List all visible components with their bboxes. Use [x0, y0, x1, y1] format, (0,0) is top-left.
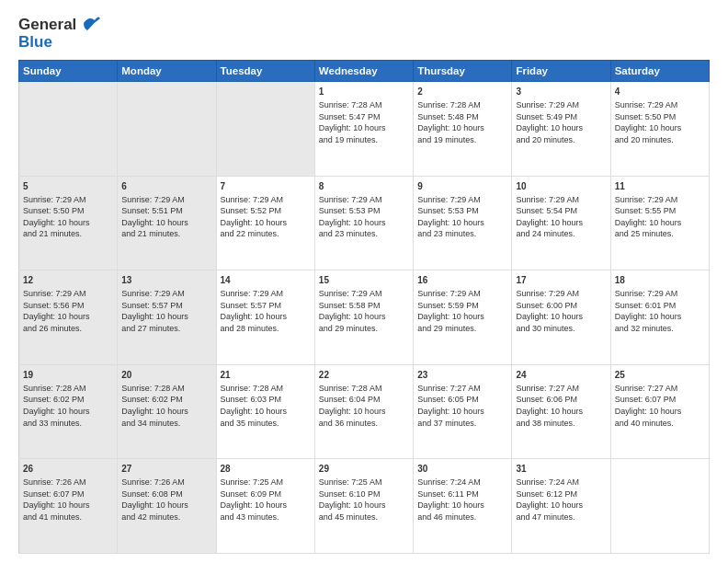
- calendar-header: SundayMondayTuesdayWednesdayThursdayFrid…: [19, 61, 710, 82]
- day-number: 10: [516, 180, 606, 193]
- weekday-header-monday: Monday: [118, 61, 216, 82]
- day-number: 19: [23, 369, 113, 382]
- calendar-week-2: 5Sunrise: 7:29 AM Sunset: 5:50 PM Daylig…: [19, 176, 710, 270]
- calendar-cell: [610, 459, 709, 554]
- calendar-cell: [118, 82, 216, 177]
- day-number: 28: [221, 463, 311, 476]
- calendar-body: 1Sunrise: 7:28 AM Sunset: 5:47 PM Daylig…: [19, 82, 710, 554]
- day-number: 13: [121, 274, 211, 287]
- day-info: Sunrise: 7:29 AM Sunset: 5:53 PM Dayligh…: [319, 194, 409, 240]
- day-number: 5: [23, 180, 113, 193]
- day-info: Sunrise: 7:29 AM Sunset: 5:57 PM Dayligh…: [121, 288, 211, 334]
- bird-icon: [80, 16, 100, 45]
- day-info: Sunrise: 7:28 AM Sunset: 6:04 PM Dayligh…: [319, 383, 409, 429]
- logo-blue: Blue: [18, 34, 76, 52]
- calendar-cell: 26Sunrise: 7:26 AM Sunset: 6:07 PM Dayli…: [19, 459, 118, 554]
- day-info: Sunrise: 7:29 AM Sunset: 6:00 PM Dayligh…: [516, 288, 606, 334]
- day-info: Sunrise: 7:28 AM Sunset: 6:02 PM Dayligh…: [23, 383, 113, 429]
- calendar-cell: 18Sunrise: 7:29 AM Sunset: 6:01 PM Dayli…: [610, 270, 709, 365]
- weekday-header-tuesday: Tuesday: [216, 61, 314, 82]
- day-number: 31: [516, 463, 606, 476]
- day-info: Sunrise: 7:28 AM Sunset: 6:02 PM Dayligh…: [121, 383, 211, 429]
- day-number: 16: [417, 274, 507, 287]
- day-info: Sunrise: 7:27 AM Sunset: 6:06 PM Dayligh…: [516, 383, 606, 429]
- day-info: Sunrise: 7:29 AM Sunset: 5:56 PM Dayligh…: [23, 288, 113, 334]
- weekday-row: SundayMondayTuesdayWednesdayThursdayFrid…: [19, 61, 710, 82]
- day-number: 18: [615, 274, 705, 287]
- calendar-cell: 17Sunrise: 7:29 AM Sunset: 6:00 PM Dayli…: [512, 270, 610, 365]
- day-info: Sunrise: 7:28 AM Sunset: 5:48 PM Dayligh…: [417, 99, 507, 145]
- day-info: Sunrise: 7:27 AM Sunset: 6:07 PM Dayligh…: [615, 383, 705, 429]
- calendar-cell: 13Sunrise: 7:29 AM Sunset: 5:57 PM Dayli…: [118, 270, 216, 365]
- day-number: 1: [319, 86, 409, 98]
- day-number: 23: [417, 369, 507, 382]
- day-number: 9: [417, 180, 507, 193]
- day-info: Sunrise: 7:29 AM Sunset: 5:55 PM Dayligh…: [615, 194, 705, 240]
- logo-container: General Blue: [18, 17, 100, 51]
- calendar-cell: [19, 82, 118, 177]
- day-number: 12: [23, 274, 113, 287]
- calendar-cell: 31Sunrise: 7:24 AM Sunset: 6:12 PM Dayli…: [512, 459, 610, 554]
- calendar-cell: 6Sunrise: 7:29 AM Sunset: 5:51 PM Daylig…: [118, 176, 216, 270]
- page: General Blue SundayMondayTuesdayWednesda…: [0, 0, 728, 563]
- day-number: 14: [221, 274, 311, 287]
- calendar-cell: 24Sunrise: 7:27 AM Sunset: 6:06 PM Dayli…: [512, 364, 610, 459]
- calendar-week-4: 19Sunrise: 7:28 AM Sunset: 6:02 PM Dayli…: [19, 364, 710, 459]
- day-number: 20: [121, 369, 211, 382]
- day-info: Sunrise: 7:29 AM Sunset: 5:53 PM Dayligh…: [417, 194, 507, 240]
- calendar-cell: 7Sunrise: 7:29 AM Sunset: 5:52 PM Daylig…: [216, 176, 314, 270]
- calendar-cell: 30Sunrise: 7:24 AM Sunset: 6:11 PM Dayli…: [414, 459, 512, 554]
- header: General Blue: [18, 17, 710, 51]
- day-number: 6: [121, 180, 211, 193]
- day-info: Sunrise: 7:26 AM Sunset: 6:08 PM Dayligh…: [121, 477, 211, 523]
- calendar-cell: 1Sunrise: 7:28 AM Sunset: 5:47 PM Daylig…: [314, 82, 413, 177]
- calendar-cell: 8Sunrise: 7:29 AM Sunset: 5:53 PM Daylig…: [314, 176, 413, 270]
- day-number: 4: [615, 86, 705, 98]
- logo: General Blue: [18, 17, 100, 51]
- day-info: Sunrise: 7:26 AM Sunset: 6:07 PM Dayligh…: [23, 477, 113, 523]
- calendar-cell: 28Sunrise: 7:25 AM Sunset: 6:09 PM Dayli…: [216, 459, 314, 554]
- day-info: Sunrise: 7:24 AM Sunset: 6:12 PM Dayligh…: [516, 477, 606, 523]
- calendar-cell: 9Sunrise: 7:29 AM Sunset: 5:53 PM Daylig…: [414, 176, 512, 270]
- day-info: Sunrise: 7:29 AM Sunset: 6:01 PM Dayligh…: [615, 288, 705, 334]
- calendar-cell: 15Sunrise: 7:29 AM Sunset: 5:58 PM Dayli…: [314, 270, 413, 365]
- day-number: 17: [516, 274, 606, 287]
- calendar-week-3: 12Sunrise: 7:29 AM Sunset: 5:56 PM Dayli…: [19, 270, 710, 365]
- day-info: Sunrise: 7:25 AM Sunset: 6:09 PM Dayligh…: [221, 477, 311, 523]
- calendar-cell: 21Sunrise: 7:28 AM Sunset: 6:03 PM Dayli…: [216, 364, 314, 459]
- calendar-cell: 4Sunrise: 7:29 AM Sunset: 5:50 PM Daylig…: [610, 82, 709, 177]
- day-info: Sunrise: 7:29 AM Sunset: 5:57 PM Dayligh…: [221, 288, 311, 334]
- day-info: Sunrise: 7:28 AM Sunset: 5:47 PM Dayligh…: [319, 99, 409, 145]
- calendar-cell: 12Sunrise: 7:29 AM Sunset: 5:56 PM Dayli…: [19, 270, 118, 365]
- day-number: 30: [417, 463, 507, 476]
- logo-general: General: [18, 17, 76, 34]
- calendar-cell: 23Sunrise: 7:27 AM Sunset: 6:05 PM Dayli…: [414, 364, 512, 459]
- day-number: 25: [615, 369, 705, 382]
- day-info: Sunrise: 7:24 AM Sunset: 6:11 PM Dayligh…: [417, 477, 507, 523]
- calendar-cell: 10Sunrise: 7:29 AM Sunset: 5:54 PM Dayli…: [512, 176, 610, 270]
- calendar-week-5: 26Sunrise: 7:26 AM Sunset: 6:07 PM Dayli…: [19, 459, 710, 554]
- calendar-cell: 25Sunrise: 7:27 AM Sunset: 6:07 PM Dayli…: [610, 364, 709, 459]
- weekday-header-sunday: Sunday: [19, 61, 118, 82]
- day-number: 3: [516, 86, 606, 98]
- calendar-cell: 19Sunrise: 7:28 AM Sunset: 6:02 PM Dayli…: [19, 364, 118, 459]
- weekday-header-wednesday: Wednesday: [314, 61, 413, 82]
- day-number: 2: [417, 86, 507, 98]
- weekday-header-friday: Friday: [512, 61, 610, 82]
- calendar-cell: 16Sunrise: 7:29 AM Sunset: 5:59 PM Dayli…: [414, 270, 512, 365]
- day-info: Sunrise: 7:29 AM Sunset: 5:51 PM Dayligh…: [121, 194, 211, 240]
- day-info: Sunrise: 7:28 AM Sunset: 6:03 PM Dayligh…: [221, 383, 311, 429]
- day-info: Sunrise: 7:29 AM Sunset: 5:59 PM Dayligh…: [417, 288, 507, 334]
- day-number: 7: [221, 180, 311, 193]
- calendar-week-1: 1Sunrise: 7:28 AM Sunset: 5:47 PM Daylig…: [19, 82, 710, 177]
- calendar-table: SundayMondayTuesdayWednesdayThursdayFrid…: [18, 60, 710, 554]
- day-number: 29: [319, 463, 409, 476]
- day-number: 26: [23, 463, 113, 476]
- day-info: Sunrise: 7:29 AM Sunset: 5:58 PM Dayligh…: [319, 288, 409, 334]
- day-info: Sunrise: 7:29 AM Sunset: 5:50 PM Dayligh…: [615, 99, 705, 145]
- day-number: 24: [516, 369, 606, 382]
- weekday-header-thursday: Thursday: [414, 61, 512, 82]
- day-number: 27: [121, 463, 211, 476]
- day-number: 21: [221, 369, 311, 382]
- calendar-cell: 14Sunrise: 7:29 AM Sunset: 5:57 PM Dayli…: [216, 270, 314, 365]
